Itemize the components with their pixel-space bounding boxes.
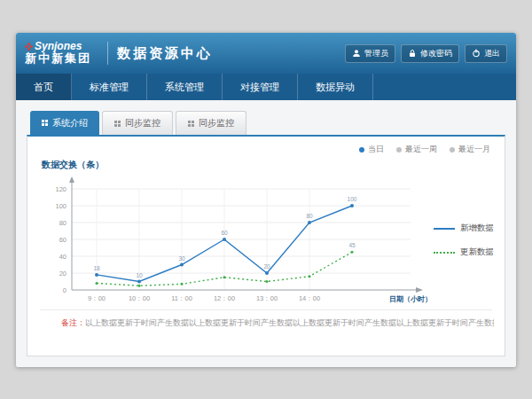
svg-text:60: 60	[59, 236, 66, 244]
svg-text:30: 30	[178, 255, 185, 262]
svg-text:14：00: 14：00	[299, 294, 320, 302]
svg-text:12：00: 12：00	[214, 294, 235, 302]
logo-mark-icon	[25, 43, 33, 51]
svg-text:10: 10	[136, 272, 143, 278]
nav-item-home[interactable]: 首页	[16, 74, 72, 100]
tab-sync-monitor-1[interactable]: 同步监控	[102, 111, 173, 135]
tab-label: 系统介绍	[52, 117, 88, 129]
legend-label: 新增数据	[460, 223, 494, 234]
filter-label: 最近一周	[405, 144, 437, 155]
svg-text:45: 45	[348, 242, 356, 248]
logo-english-text: Synjones	[35, 41, 82, 53]
nav-item-data-changes[interactable]: 数据异动	[298, 74, 373, 100]
tab-label: 同步监控	[125, 117, 160, 129]
svg-text:0: 0	[63, 286, 66, 294]
logo: Synjones 新中新集团	[25, 41, 91, 66]
radio-dot-icon	[450, 147, 455, 153]
dotted-line-sample-icon	[434, 252, 455, 254]
logo-english: Synjones	[25, 41, 91, 53]
tab-system-intro[interactable]: 系统介绍	[30, 111, 99, 135]
tab-label: 同步监控	[199, 117, 234, 129]
solid-line-sample-icon	[434, 228, 455, 230]
svg-text:80: 80	[306, 213, 313, 219]
filter-last-month[interactable]: 最近一月	[450, 144, 490, 155]
legend-item-update-data: 更新数据	[434, 246, 494, 258]
filter-label: 最近一月	[458, 144, 490, 155]
svg-text:100: 100	[55, 202, 66, 210]
legend-label: 更新数据	[460, 246, 494, 258]
tab-sync-monitor-2[interactable]: 同步监控	[176, 111, 246, 135]
remark-text: 以上数据更新于时间产生数据以上数据更新于时间产生数据以上数据更新于时间产生数据以…	[85, 318, 494, 327]
legend-item-new-data: 新增数据	[434, 223, 494, 234]
power-icon	[472, 49, 481, 58]
page-title: 数据资源中心	[117, 45, 213, 62]
line-chart: 0204060801001209：0010：0011：0012：0013：001…	[38, 173, 432, 308]
change-password-button-label: 修改密码	[420, 48, 452, 59]
lock-icon	[408, 49, 417, 58]
content-area: 系统介绍 同步监控 同步监控 当日	[16, 100, 516, 367]
svg-text:80: 80	[59, 219, 66, 227]
y-axis-title: 数据交换（条）	[42, 159, 494, 171]
filter-label: 当日	[368, 144, 384, 155]
chart-row: 0204060801001209：0010：0011：0012：0013：001…	[38, 173, 494, 308]
svg-text:40: 40	[59, 253, 66, 261]
grid-icon	[188, 121, 194, 127]
nav-item-system-management[interactable]: 系统管理	[147, 74, 223, 100]
svg-text:日期（小时）: 日期（小时）	[389, 295, 432, 303]
header-actions: 管理员 修改密码 退出	[345, 44, 507, 63]
chart-panel: 当日 最近一周 最近一月 数据交换（条） 0204060801001209：00…	[27, 135, 505, 356]
radio-dot-icon	[396, 147, 402, 153]
logout-button-label: 退出	[484, 48, 500, 59]
filter-last-week[interactable]: 最近一周	[396, 144, 437, 155]
radio-dot-icon	[359, 147, 364, 153]
app-window: Synjones 新中新集团 数据资源中心 管理员 修改密码	[16, 33, 516, 367]
tab-bar: 系统介绍 同步监控 同步监控	[27, 111, 505, 135]
app-header: Synjones 新中新集团 数据资源中心 管理员 修改密码	[16, 33, 516, 74]
nav-item-integration-management[interactable]: 对接管理	[223, 74, 298, 100]
logout-button[interactable]: 退出	[465, 44, 507, 63]
remark-label: 备注：	[61, 318, 85, 327]
svg-text:20: 20	[263, 263, 270, 270]
svg-text:11：00: 11：00	[171, 294, 192, 302]
svg-text:120: 120	[55, 185, 66, 193]
admin-button-label: 管理员	[364, 48, 388, 59]
svg-text:18: 18	[93, 265, 100, 271]
header-divider	[107, 42, 108, 65]
main-nav: 首页 标准管理 系统管理 对接管理 数据异动	[16, 74, 516, 100]
admin-button[interactable]: 管理员	[345, 44, 395, 63]
filter-today[interactable]: 当日	[359, 144, 384, 155]
nav-item-standard-management[interactable]: 标准管理	[72, 74, 147, 100]
series-legend: 新增数据 更新数据	[434, 223, 494, 258]
svg-text:9：00: 9：00	[88, 294, 106, 302]
logo-chinese-text: 新中新集团	[25, 52, 91, 66]
svg-text:60: 60	[221, 230, 228, 236]
user-icon	[352, 49, 361, 58]
time-range-filters: 当日 最近一周 最近一月	[38, 142, 494, 159]
change-password-button[interactable]: 修改密码	[401, 44, 459, 63]
grid-icon	[42, 120, 48, 126]
svg-text:10：00: 10：00	[129, 294, 150, 302]
svg-text:100: 100	[348, 196, 357, 202]
svg-text:13：00: 13：00	[256, 294, 278, 302]
remark-line: 备注：以上数据更新于时间产生数据以上数据更新于时间产生数据以上数据更新于时间产生…	[38, 310, 494, 329]
svg-text:20: 20	[59, 270, 66, 278]
grid-icon	[114, 121, 121, 127]
